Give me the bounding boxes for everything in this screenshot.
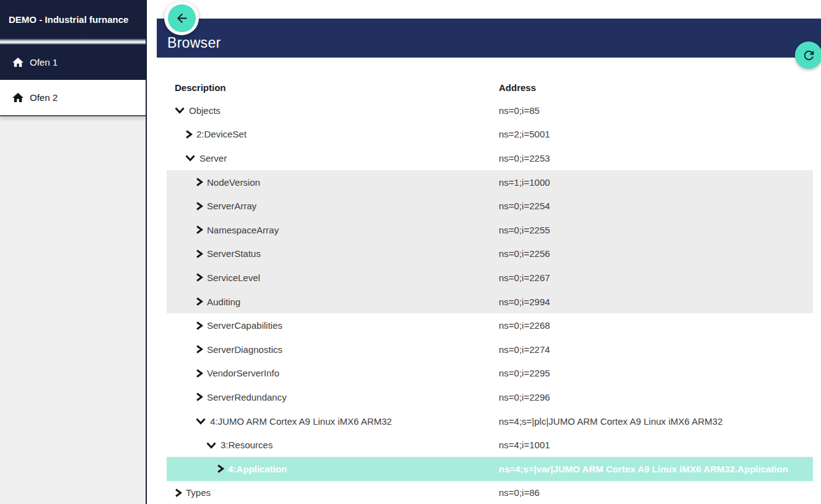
tree-node-description: Auditing <box>167 297 240 307</box>
tree-node-description: ServerRedundancy <box>167 392 286 402</box>
chevron-right-icon[interactable] <box>195 201 203 211</box>
sidebar-item-label: Ofen 1 <box>30 57 58 67</box>
table-row[interactable]: Typesns=0;i=86 <box>167 481 813 504</box>
tree-node-label: ServerCapabilities <box>207 320 283 331</box>
chevron-right-icon[interactable] <box>195 392 203 402</box>
chevron-right-icon[interactable] <box>195 225 203 235</box>
tree-node-address: ns=0;i=2295 <box>499 368 550 378</box>
chevron-right-icon[interactable] <box>174 488 182 498</box>
chevron-right-icon[interactable] <box>195 344 203 354</box>
table-row[interactable]: 4:Applicationns=4;s=|var|JUMO ARM Cortex… <box>167 457 813 481</box>
tree-node-label: ServerStatus <box>207 248 261 259</box>
table-row[interactable]: Objectsns=0;i=85 <box>167 98 813 123</box>
tree-node-description: 2:DeviceSet <box>167 129 247 139</box>
table-header: Description Address <box>167 79 813 97</box>
tree-node-address: ns=0;i=2253 <box>499 153 550 163</box>
tree-node-description: ServerCapabilities <box>167 320 283 331</box>
tree-node-label: ServerRedundancy <box>207 392 286 402</box>
table-row[interactable]: ServerArrayns=0;i=2254 <box>167 194 813 218</box>
tree-node-address: ns=0;i=86 <box>499 487 540 498</box>
tree-node-description: 3:Resources <box>167 440 273 450</box>
tree-node-label: NodeVersion <box>207 177 260 188</box>
tree-node-description: ServerArray <box>167 201 257 211</box>
chevron-right-icon[interactable] <box>195 177 203 187</box>
home-icon <box>12 93 24 103</box>
table-row[interactable]: Auditingns=0;i=2994 <box>167 290 813 314</box>
table-row[interactable]: 3:Resourcesns=4;i=1001 <box>167 433 813 457</box>
refresh-button[interactable] <box>795 41 821 69</box>
chevron-down-icon[interactable] <box>195 416 206 426</box>
tree-node-description: VendorServerInfo <box>167 368 279 378</box>
tree-rows: Objectsns=0;i=852:DeviceSetns=2;i=5001Se… <box>167 98 813 504</box>
tree-node-label: ServiceLevel <box>207 272 260 283</box>
table-row[interactable]: 4:JUMO ARM Cortex A9 Linux iMX6 ARM32ns=… <box>167 409 813 433</box>
tree-node-address: ns=0;i=2274 <box>499 344 550 355</box>
table-row[interactable]: ServerCapabilitiesns=0;i=2268 <box>167 313 813 337</box>
arrow-left-icon <box>175 11 189 25</box>
table-row[interactable]: ServerStatusns=0;i=2256 <box>167 242 813 266</box>
tree-node-description: ServerStatus <box>167 248 261 259</box>
tree-node-address: ns=0;i=2267 <box>499 272 550 283</box>
table-row[interactable]: ServerDiagnosticsns=0;i=2274 <box>167 337 813 362</box>
tree-node-address: ns=0;i=2994 <box>499 297 550 307</box>
tree-node-description: ServerDiagnostics <box>167 344 283 355</box>
tree-node-description: 4:JUMO ARM Cortex A9 Linux iMX6 ARM32 <box>167 416 392 427</box>
tree-node-address: ns=0;i=2255 <box>499 225 550 235</box>
tree-node-address: ns=0;i=2254 <box>499 201 550 211</box>
tree-node-label: Types <box>186 487 211 498</box>
tree-node-label: VendorServerInfo <box>207 368 279 378</box>
sidebar-item-ofen-1[interactable]: Ofen 1 <box>0 45 146 80</box>
table-row[interactable]: Serverns=0;i=2253 <box>167 146 813 170</box>
chevron-right-icon[interactable] <box>185 129 193 139</box>
tree-node-address: ns=2;i=5001 <box>499 129 550 139</box>
table-row[interactable]: VendorServerInfons=0;i=2295 <box>167 362 813 386</box>
refresh-icon <box>802 48 816 63</box>
tree-node-label: Server <box>200 153 227 163</box>
chevron-down-icon[interactable] <box>206 440 217 450</box>
tree-node-address: ns=0;i=2268 <box>499 320 550 331</box>
tree-node-description: NodeVersion <box>167 177 260 188</box>
tree-node-address: ns=0;i=85 <box>499 105 540 116</box>
tree-node-address: ns=4;i=1001 <box>499 440 550 450</box>
chevron-right-icon[interactable] <box>216 464 224 474</box>
table-row[interactable]: 2:DeviceSetns=2;i=5001 <box>167 123 813 147</box>
sidebar-item-ofen-2[interactable]: Ofen 2 <box>0 80 146 115</box>
tree-node-label: ServerArray <box>207 201 257 211</box>
column-header-address: Address <box>499 82 536 93</box>
tree-node-description: ServiceLevel <box>167 272 260 283</box>
column-header-description: Description <box>167 82 226 93</box>
tree-node-label: 4:JUMO ARM Cortex A9 Linux iMX6 ARM32 <box>210 416 392 427</box>
chevron-right-icon[interactable] <box>195 368 203 378</box>
tree-node-label: 3:Resources <box>221 440 273 450</box>
tree-node-label: NamespaceArray <box>207 225 279 235</box>
home-icon <box>12 58 24 67</box>
back-button-ring <box>164 1 199 35</box>
tree-node-label: 2:DeviceSet <box>196 129 247 139</box>
tree-node-address: ns=1;i=1000 <box>499 177 550 188</box>
chevron-right-icon[interactable] <box>195 321 203 331</box>
tree-node-description: Types <box>167 487 211 498</box>
chevron-down-icon[interactable] <box>174 105 185 115</box>
table-row[interactable]: NamespaceArrayns=0;i=2255 <box>167 218 813 242</box>
table-row[interactable]: ServiceLevelns=0;i=2267 <box>167 266 813 290</box>
tree-node-address: ns=4;s=|var|JUMO ARM Cortex A9 Linux iMX… <box>499 464 788 474</box>
tree-node-label: ServerDiagnostics <box>207 344 283 355</box>
tree-node-address: ns=0;i=2256 <box>499 248 550 259</box>
tree-node-description: Objects <box>167 105 221 116</box>
tree-node-description: Server <box>167 153 227 163</box>
chevron-right-icon[interactable] <box>195 272 203 282</box>
sidebar-title: DEMO - Industrial furnance <box>0 0 146 38</box>
sidebar-header-divider <box>0 38 146 45</box>
page-title: Browser <box>157 35 221 58</box>
tree-node-label: Objects <box>189 105 221 116</box>
chevron-right-icon[interactable] <box>195 297 203 306</box>
table-row[interactable]: ServerRedundancyns=0;i=2296 <box>167 385 813 409</box>
table-row[interactable]: NodeVersionns=1;i=1000 <box>167 170 813 194</box>
chevron-right-icon[interactable] <box>195 249 203 259</box>
chevron-down-icon[interactable] <box>185 153 196 163</box>
tree-node-description: 4:Application <box>167 464 287 474</box>
sidebar: DEMO - Industrial furnance Ofen 1 Ofen 2 <box>0 0 147 504</box>
back-button[interactable] <box>168 4 196 32</box>
tree-node-description: NamespaceArray <box>167 225 279 235</box>
sidebar-item-label: Ofen 2 <box>30 92 58 103</box>
